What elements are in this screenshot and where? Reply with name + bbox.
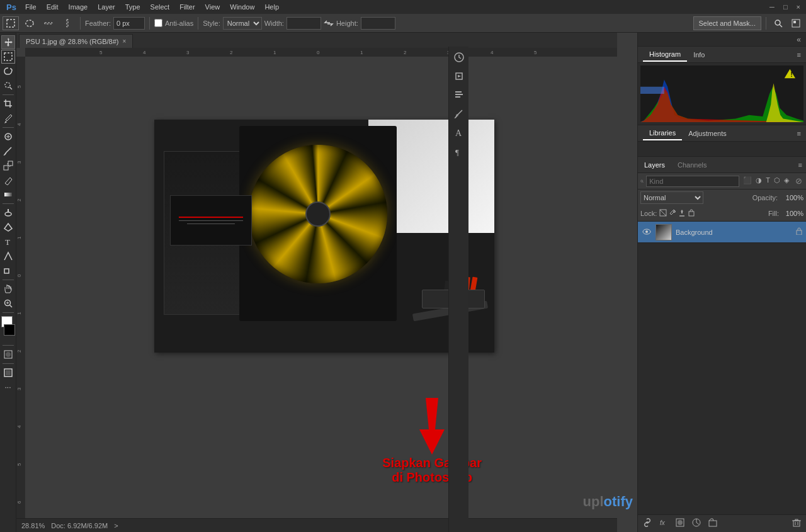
- filter-shape-icon[interactable]: ⬡: [773, 176, 781, 186]
- antialias-checkbox[interactable]: [154, 19, 162, 27]
- menu-image[interactable]: Image: [64, 2, 93, 12]
- gradient-tool[interactable]: [1, 188, 15, 201]
- brush-tool[interactable]: [1, 144, 15, 158]
- hand-tool[interactable]: [1, 282, 15, 296]
- character-styles-icon-btn[interactable]: A: [451, 125, 467, 141]
- eyedropper-tool[interactable]: [1, 111, 15, 125]
- feather-input[interactable]: [113, 17, 145, 30]
- layers-search-input[interactable]: [646, 176, 739, 187]
- layer-visibility-toggle[interactable]: [642, 228, 652, 237]
- menu-edit[interactable]: Edit: [42, 2, 64, 12]
- lock-icons: [659, 209, 695, 218]
- menu-view[interactable]: View: [200, 2, 225, 12]
- search-btn[interactable]: [771, 17, 786, 30]
- actions-icon-btn[interactable]: [451, 68, 467, 84]
- ellipse-marquee-btn[interactable]: [21, 16, 38, 30]
- row-marquee-btn[interactable]: [40, 16, 57, 30]
- svg-point-80: [678, 520, 683, 525]
- layer-effects-btn[interactable]: fx: [657, 517, 671, 530]
- pen-tool[interactable]: [1, 220, 15, 234]
- svg-rect-14: [4, 166, 8, 170]
- delete-layer-btn[interactable]: [790, 517, 803, 530]
- maximize-btn[interactable]: □: [780, 2, 791, 12]
- add-adjustment-btn[interactable]: [690, 517, 703, 530]
- quick-select-tool[interactable]: [1, 79, 15, 93]
- path-select-tool[interactable]: [1, 249, 15, 263]
- lock-pixels-icon[interactable]: [659, 209, 667, 218]
- history-icon-btn[interactable]: [451, 49, 467, 65]
- lock-position-icon[interactable]: [678, 209, 686, 218]
- paragraph-styles-icon-btn[interactable]: ¶: [451, 144, 467, 160]
- minimize-btn[interactable]: ─: [766, 2, 778, 12]
- eraser-tool[interactable]: [1, 173, 15, 187]
- menu-file[interactable]: File: [20, 2, 42, 12]
- swap-icon[interactable]: [324, 18, 334, 28]
- svg-rect-15: [8, 161, 13, 166]
- menu-type[interactable]: Type: [120, 2, 145, 12]
- collapse-panels-btn[interactable]: «: [794, 35, 803, 44]
- screen-mode-btn[interactable]: [1, 366, 15, 380]
- add-group-btn[interactable]: [706, 517, 720, 530]
- menu-layer[interactable]: Layer: [93, 2, 120, 12]
- menu-help[interactable]: Help: [259, 2, 284, 12]
- histogram-svg: !: [640, 65, 803, 122]
- layers-lock-row: Lock:: [638, 206, 806, 221]
- patch-tool[interactable]: [1, 130, 15, 144]
- menu-filter[interactable]: Filter: [174, 2, 200, 12]
- clone-tool[interactable]: [1, 159, 15, 173]
- brush-preset-icon-btn[interactable]: [451, 106, 467, 122]
- background-color[interactable]: [4, 324, 15, 336]
- type-tool[interactable]: T: [1, 235, 15, 249]
- tools-panel: T: [0, 33, 16, 532]
- menu-window[interactable]: Window: [225, 2, 259, 12]
- close-btn[interactable]: ×: [793, 2, 803, 12]
- link-layers-btn[interactable]: [640, 517, 654, 530]
- rect-marquee-btn[interactable]: [3, 16, 19, 30]
- dodge-tool[interactable]: [1, 206, 15, 220]
- channels-tab[interactable]: Channels: [671, 159, 713, 171]
- svg-rect-21: [4, 269, 9, 273]
- tab-close-btn[interactable]: ×: [123, 38, 127, 45]
- select-mask-btn[interactable]: Select and Mask...: [693, 16, 762, 30]
- style-select[interactable]: Normal: [223, 17, 262, 30]
- histogram-menu-btn[interactable]: ≡: [797, 51, 801, 59]
- quick-mask-btn[interactable]: [1, 348, 15, 361]
- workspace-btn[interactable]: [788, 17, 803, 30]
- crop-tool[interactable]: [1, 97, 15, 111]
- layer-item-background[interactable]: Background: [638, 222, 806, 243]
- lock-image-icon[interactable]: [669, 209, 676, 218]
- marquee-tool[interactable]: [1, 50, 15, 64]
- filter-smart-icon[interactable]: ◈: [783, 176, 790, 186]
- histogram-tab[interactable]: Histogram: [643, 48, 687, 62]
- status-arrow[interactable]: >: [114, 522, 118, 529]
- col-marquee-btn[interactable]: [59, 16, 76, 30]
- width-input[interactable]: [287, 17, 321, 30]
- filter-adjustment-icon[interactable]: ◑: [754, 176, 763, 186]
- zoom-tool[interactable]: [1, 297, 15, 310]
- blend-mode-select[interactable]: Normal: [640, 191, 703, 204]
- lock-artboard-icon[interactable]: [688, 209, 695, 218]
- add-mask-btn[interactable]: [673, 517, 687, 530]
- layers-panel-menu-btn[interactable]: ≡: [798, 161, 806, 169]
- filter-type-icon[interactable]: T: [764, 176, 771, 186]
- properties-icon-btn[interactable]: [451, 87, 467, 103]
- filter-pixel-icon[interactable]: ⬛: [742, 176, 753, 186]
- document-tab[interactable]: PSU 1.jpg @ 28.8% (RGB/8#) ×: [19, 34, 133, 48]
- lasso-tool[interactable]: [1, 64, 15, 78]
- info-tab[interactable]: Info: [687, 48, 711, 61]
- col-marquee-icon: [62, 18, 72, 28]
- shape-tool[interactable]: [1, 264, 15, 278]
- fill-label: Fill:: [768, 210, 779, 217]
- move-tool[interactable]: [1, 35, 15, 49]
- libraries-menu-btn[interactable]: ≡: [797, 130, 801, 137]
- menu-select[interactable]: Select: [145, 2, 175, 12]
- svg-text:!: !: [790, 71, 792, 78]
- layers-tab[interactable]: Layers: [638, 159, 671, 171]
- extra-tool[interactable]: ···: [1, 380, 15, 394]
- svg-rect-0: [7, 20, 14, 27]
- group-icon: [708, 518, 717, 527]
- filter-toggle-icon[interactable]: ⊘: [794, 176, 803, 186]
- libraries-tab[interactable]: Libraries: [643, 127, 682, 140]
- adjustments-tab[interactable]: Adjustments: [682, 127, 733, 140]
- height-input[interactable]: [361, 17, 395, 30]
